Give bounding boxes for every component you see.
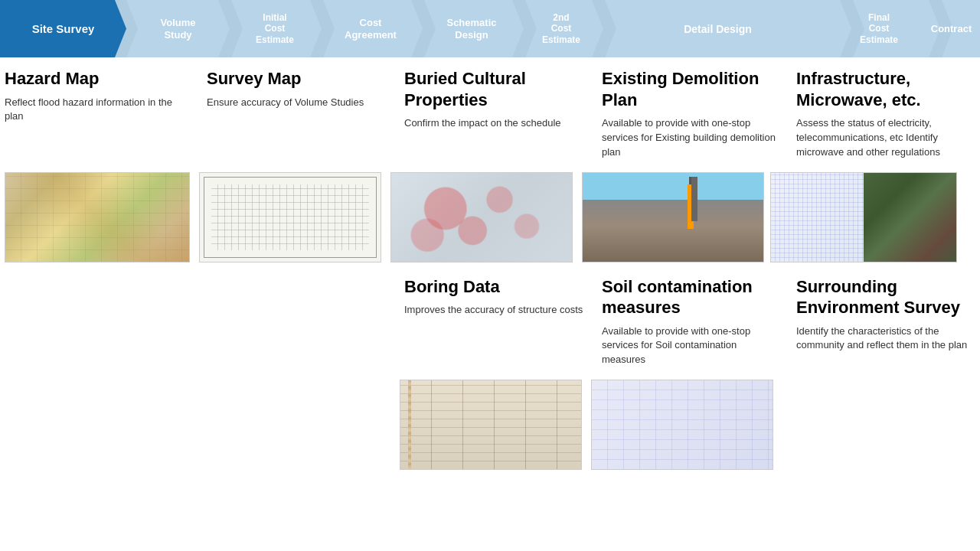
soil-contamination-image — [591, 380, 773, 470]
nav-step-detail-design[interactable]: Detail Design — [600, 23, 835, 35]
nav-step-volume-study[interactable]: VolumeStudy — [126, 17, 230, 41]
hazard-map-card: Hazard Map Reflect flood hazard informat… — [0, 68, 198, 166]
survey-map-image — [199, 172, 381, 262]
boring-data-image — [400, 380, 582, 470]
nav-step-cost-agreement[interactable]: CostAgreement — [320, 17, 421, 41]
demolition-desc: Available to provide with one-stop servi… — [602, 116, 781, 160]
soil-contamination-desc: Available to provide with one-stop servi… — [602, 324, 781, 368]
nav-step-contract[interactable]: Contract — [923, 23, 980, 34]
demolition-image — [582, 172, 764, 262]
demolition-card: Existing Demolition Plan Available to pr… — [593, 68, 790, 166]
nav-step-2nd-cost[interactable]: 2ndCostEstimate — [522, 12, 600, 45]
navigation-bar: Site Survey VolumeStudy InitialCostEstim… — [0, 0, 980, 57]
boring-data-title: Boring Data — [404, 276, 583, 298]
hazard-map-image — [5, 172, 190, 262]
infrastructure-desc: Assess the status of electricity, teleco… — [796, 116, 974, 160]
boring-data-card: Boring Data Improves the accuracy of str… — [395, 276, 593, 374]
soil-contamination-card: Soil contamination measures Available to… — [593, 276, 790, 374]
buried-cultural-title: Buried Cultural Properties — [404, 68, 583, 110]
nav-step-schematic-design[interactable]: SchematicDesign — [421, 17, 522, 41]
survey-map-title: Survey Map — [207, 68, 386, 90]
infrastructure-title: Infrastructure, Microwave, etc. — [796, 68, 974, 110]
survey-map-desc: Ensure accuracy of Volume Studies — [207, 96, 386, 110]
surrounding-environment-desc: Identify the characteristics of the comm… — [796, 324, 974, 354]
survey-map-card: Survey Map Ensure accuracy of Volume Stu… — [198, 68, 395, 166]
nav-step-final-cost[interactable]: FinalCostEstimate — [835, 12, 923, 45]
hazard-map-desc: Reflect flood hazard information in the … — [5, 96, 188, 125]
nav-step-site-survey[interactable]: Site Survey — [0, 22, 126, 35]
nav-step-initial-cost[interactable]: InitialCostEstimate — [230, 12, 320, 45]
hazard-map-title: Hazard Map — [5, 68, 188, 90]
infrastructure-card: Infrastructure, Microwave, etc. Assess t… — [790, 68, 980, 166]
buried-cultural-desc: Confirm the impact on the schedule — [404, 116, 583, 131]
cultural-properties-image — [390, 172, 573, 262]
boring-data-desc: Improves the accuracy of structure costs — [404, 303, 583, 318]
surrounding-environment-title: Surrounding Environment Survey — [796, 276, 974, 318]
infrastructure-image — [770, 172, 957, 262]
surrounding-environment-card: Surrounding Environment Survey Identify … — [790, 276, 980, 374]
demolition-title: Existing Demolition Plan — [602, 68, 781, 110]
buried-cultural-card: Buried Cultural Properties Confirm the i… — [395, 68, 593, 166]
soil-contamination-title: Soil contamination measures — [602, 276, 781, 318]
